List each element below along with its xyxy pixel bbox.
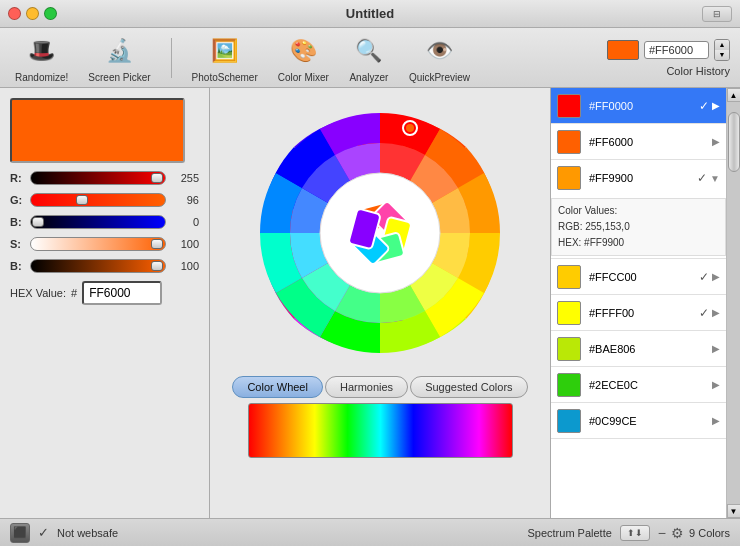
- color-check: ✓: [699, 99, 709, 113]
- list-item[interactable]: #FFCC00 ✓ ▶: [551, 259, 726, 295]
- title-bar: Untitled ⊟: [0, 0, 740, 28]
- color-stepper[interactable]: ▲ ▼: [714, 39, 730, 61]
- color-check: ✓: [699, 270, 709, 284]
- brightness-slider-track[interactable]: [30, 259, 166, 273]
- color-picker-row: ▲ ▼: [607, 39, 730, 61]
- list-item[interactable]: #FF0000 ✓ ▶: [551, 88, 726, 124]
- list-item[interactable]: #FFFF00 ✓ ▶: [551, 295, 726, 331]
- color-history-label: Color History: [666, 65, 730, 77]
- spectrum-bar[interactable]: [248, 403, 513, 458]
- list-item[interactable]: #FF6000 ▶: [551, 124, 726, 160]
- s-slider-track[interactable]: [30, 237, 166, 251]
- maximize-button[interactable]: [44, 7, 57, 20]
- current-color-swatch: [607, 40, 639, 60]
- color-swatch: [557, 94, 581, 118]
- color-swatch: [557, 265, 581, 289]
- close-button[interactable]: [8, 7, 21, 20]
- hex-input-toolbar[interactable]: [644, 41, 709, 59]
- quick-preview-icon: 👁️: [421, 33, 457, 69]
- color-wheel-container: [245, 98, 515, 368]
- list-item[interactable]: #FF9900 ✓ ▼: [551, 160, 726, 196]
- photo-schemer-icon: 🖼️: [207, 33, 243, 69]
- photo-schemer-button[interactable]: 🖼️ PhotoSchemer: [187, 30, 263, 86]
- color-check: ✓: [699, 306, 709, 320]
- hex-input-main[interactable]: [82, 281, 162, 305]
- color-arrow: ▶: [712, 343, 720, 354]
- minimize-button[interactable]: [26, 7, 39, 20]
- minus-button[interactable]: −: [658, 525, 666, 541]
- color-hex: #0C99CE: [589, 415, 712, 427]
- scrollbar-thumb[interactable]: [728, 112, 740, 172]
- tab-suggested-colors[interactable]: Suggested Colors: [410, 376, 527, 398]
- stepper-up[interactable]: ▲: [715, 40, 729, 50]
- s-slider-thumb[interactable]: [151, 239, 163, 249]
- not-websafe-label: Not websafe: [57, 527, 118, 539]
- r-slider-thumb[interactable]: [151, 173, 163, 183]
- brightness-label: B:: [10, 260, 25, 272]
- scrollbar-down[interactable]: ▼: [727, 504, 741, 518]
- brightness-slider-thumb[interactable]: [151, 261, 163, 271]
- r-slider-track[interactable]: [30, 171, 166, 185]
- r-slider-row: R: 255: [10, 171, 199, 185]
- color-arrow: ▼: [710, 173, 720, 184]
- right-panel: #FF0000 ✓ ▶ #FF6000 ▶ #FF9900 ✓ ▼: [550, 88, 740, 518]
- hex-hash: #: [71, 287, 77, 299]
- status-checkmark: ✓: [38, 525, 49, 540]
- g-slider-row: G: 96: [10, 193, 199, 207]
- color-list[interactable]: #FF0000 ✓ ▶ #FF6000 ▶ #FF9900 ✓ ▼: [551, 88, 726, 518]
- color-swatch: [557, 337, 581, 361]
- quick-preview-button[interactable]: 👁️ QuickPreview: [404, 30, 475, 86]
- s-value: 100: [171, 238, 199, 250]
- color-arrow: ▶: [712, 136, 720, 147]
- color-arrow: ▶: [712, 415, 720, 426]
- g-slider-track[interactable]: [30, 193, 166, 207]
- color-arrow: ▶: [712, 100, 720, 111]
- svg-point-1: [320, 173, 440, 293]
- s-slider-row: S: 100: [10, 237, 199, 251]
- color-wheel-svg[interactable]: [245, 98, 515, 368]
- list-item[interactable]: #2ECE0C ▶: [551, 367, 726, 403]
- screen-picker-icon: 🔬: [101, 33, 137, 69]
- scrollbar-up[interactable]: ▲: [727, 88, 741, 102]
- scrollbar-track[interactable]: [727, 102, 741, 504]
- list-item[interactable]: #0C99CE ▶: [551, 403, 726, 439]
- color-arrow: ▶: [712, 271, 720, 282]
- right-scrollbar[interactable]: ▲ ▼: [726, 88, 740, 518]
- color-hex: #2ECE0C: [589, 379, 712, 391]
- color-values-box: Color Values: RGB: 255,153,0 HEX: #FF990…: [551, 198, 726, 256]
- analyzer-button[interactable]: 🔍 Analyzer: [344, 30, 394, 86]
- toolbar-separator: [171, 38, 172, 78]
- b-value: 0: [171, 216, 199, 228]
- list-item[interactable]: #BAE806 ▶: [551, 331, 726, 367]
- hex-row: HEX Value: #: [10, 281, 199, 305]
- color-check: ✓: [697, 171, 707, 185]
- b-slider-thumb[interactable]: [32, 217, 44, 227]
- g-slider-thumb[interactable]: [76, 195, 88, 205]
- color-preview: [10, 98, 185, 163]
- color-values-rgb: RGB: 255,153,0: [558, 219, 719, 235]
- g-value: 96: [171, 194, 199, 206]
- tab-harmonies[interactable]: Harmonies: [325, 376, 408, 398]
- stepper-down[interactable]: ▼: [715, 50, 729, 60]
- color-history-area: ▲ ▼ Color History: [607, 39, 730, 77]
- color-swatch: [557, 373, 581, 397]
- tab-color-wheel[interactable]: Color Wheel: [232, 376, 323, 398]
- resize-button[interactable]: ⊟: [702, 6, 732, 22]
- spectrum-label: Spectrum Palette: [527, 527, 611, 539]
- b-slider-track[interactable]: [30, 215, 166, 229]
- screen-picker-button[interactable]: 🔬 Screen Picker: [83, 30, 155, 86]
- color-arrow: ▶: [712, 307, 720, 318]
- color-swatch: [557, 130, 581, 154]
- color-arrow: ▶: [712, 379, 720, 390]
- randomize-icon: 🎩: [24, 33, 60, 69]
- spectrum-dropdown[interactable]: ⬆⬇: [620, 525, 650, 541]
- color-swatch: [557, 166, 581, 190]
- status-bar: ⬛ ✓ Not websafe Spectrum Palette ⬆⬇ − ⚙ …: [0, 518, 740, 546]
- expanded-group: #FF9900 ✓ ▼ Color Values: RGB: 255,153,0…: [551, 160, 726, 259]
- color-mixer-button[interactable]: 🎨 Color Mixer: [273, 30, 334, 86]
- randomize-button[interactable]: 🎩 Randomize!: [10, 30, 73, 86]
- brightness-value: 100: [171, 260, 199, 272]
- gear-icon[interactable]: ⚙: [671, 525, 684, 541]
- brightness-slider-row: B: 100: [10, 259, 199, 273]
- analyzer-label: Analyzer: [349, 72, 388, 83]
